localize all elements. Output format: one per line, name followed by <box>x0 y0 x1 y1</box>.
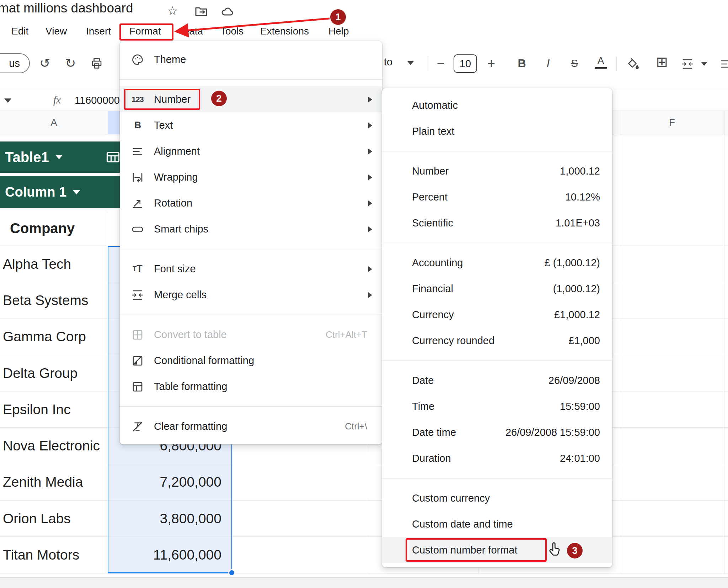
decrease-font-button[interactable]: − <box>432 54 450 73</box>
text-color-button[interactable]: A <box>592 53 610 71</box>
font-size-input[interactable]: 10 <box>454 54 477 73</box>
chevron-down-icon[interactable] <box>55 155 63 159</box>
company-cell[interactable]: Nova Electronic <box>0 428 108 464</box>
table-options-icon[interactable] <box>105 149 121 166</box>
format-example: 10.12% <box>565 191 600 203</box>
chevron-down-icon[interactable] <box>701 62 707 66</box>
strikethrough-button[interactable]: S <box>565 54 584 73</box>
menus-search-pill[interactable]: us <box>0 53 30 73</box>
menu-divider <box>382 478 612 479</box>
smart-chip-icon <box>130 221 145 237</box>
number-option-scientific[interactable]: Scientific 1.01E+03 <box>382 210 612 236</box>
cloud-saved-icon[interactable] <box>220 4 235 20</box>
column-divider <box>724 111 724 134</box>
number-option-custom-number-format[interactable]: Custom number format <box>382 537 612 563</box>
company-header-cell[interactable]: Company <box>0 211 108 246</box>
company-cell[interactable]: Delta Group <box>0 355 108 391</box>
menu-view[interactable]: View <box>43 21 69 41</box>
value-cell[interactable]: 7,200,000 <box>108 464 232 500</box>
format-example: 1,000.12 <box>560 165 600 177</box>
table-format-icon <box>130 379 145 395</box>
number-option-duration[interactable]: Duration 24:01:00 <box>382 445 612 471</box>
format-menu-item-smart-chips[interactable]: Smart chips <box>120 216 382 242</box>
star-icon[interactable]: ☆ <box>167 4 178 18</box>
table-name[interactable]: Table1 <box>5 149 49 165</box>
format-menu-item-table-formatting[interactable]: Table formatting <box>120 374 382 400</box>
chevron-down-icon[interactable] <box>407 61 414 65</box>
menu-extensions[interactable]: Extensions <box>258 21 311 41</box>
company-cell[interactable]: Titan Motors <box>0 537 108 573</box>
increase-font-button[interactable]: + <box>482 54 500 73</box>
fill-color-icon[interactable] <box>624 55 643 73</box>
redo-icon[interactable]: ↻ <box>61 54 80 73</box>
format-menu-item-font-size[interactable]: TT Font size <box>120 256 382 282</box>
format-example: £1,000.12 <box>554 309 600 321</box>
menu-tools[interactable]: Tools <box>218 21 246 41</box>
company-cell[interactable]: Gamma Corp <box>0 319 108 355</box>
submenu-arrow-icon <box>368 201 372 206</box>
number-option-custom-currency[interactable]: Custom currency <box>382 485 612 511</box>
number-option-date-time[interactable]: Date time 26/09/2008 15:59:00 <box>382 419 612 445</box>
format-menu-item-text[interactable]: B Text <box>120 112 382 138</box>
menu-divider <box>382 243 612 243</box>
toolbar-divider <box>616 56 617 71</box>
borders-icon[interactable]: ⊞ <box>653 53 671 71</box>
table-column-name[interactable]: Column 1 <box>5 185 66 200</box>
company-cell[interactable]: Alpha Tech <box>0 246 108 282</box>
undo-icon[interactable]: ↺ <box>36 54 54 73</box>
column-header-f[interactable]: F <box>620 111 724 134</box>
number-option-number[interactable]: Number 1,000.12 <box>382 158 612 184</box>
horizontal-scrollbar[interactable] <box>0 577 728 588</box>
number-option-custom-date-time[interactable]: Custom date and time <box>382 511 612 537</box>
menu-edit[interactable]: Edit <box>9 21 31 41</box>
value-cell[interactable]: 3,800,000 <box>108 501 232 536</box>
format-example: £ (1,000.12) <box>545 257 600 269</box>
font-size-icon: TT <box>130 261 145 277</box>
menu-help[interactable]: Help <box>326 21 351 41</box>
bold-button[interactable]: B <box>513 54 531 73</box>
italic-button[interactable]: I <box>539 54 557 73</box>
chevron-down-icon[interactable] <box>73 190 80 194</box>
name-box-chevron-icon[interactable] <box>4 98 11 103</box>
number-option-time[interactable]: Time 15:59:00 <box>382 394 612 419</box>
document-title[interactable]: mat millions dashboard <box>0 1 133 16</box>
format-menu-item-conditional-formatting[interactable]: Conditional formatting <box>120 348 382 374</box>
number-option-currency-rounded[interactable]: Currency rounded £1,000 <box>382 328 612 354</box>
submenu-arrow-icon <box>368 226 372 232</box>
format-menu-item-clear-formatting[interactable]: Clear formatting Ctrl+\ <box>120 413 382 439</box>
toolbar-divider <box>428 56 428 71</box>
horizontal-align-icon[interactable] <box>717 55 728 73</box>
company-cell[interactable]: Zenith Media <box>0 464 108 500</box>
print-icon[interactable] <box>87 54 106 73</box>
merge-cells-icon[interactable] <box>678 55 697 73</box>
number-option-plain-text[interactable]: Plain text <box>382 118 612 144</box>
formula-input[interactable]: 11600000 <box>75 95 120 106</box>
menu-data[interactable]: Data <box>180 21 205 41</box>
company-cell[interactable]: Epsilon Inc <box>0 391 108 427</box>
submenu-arrow-icon <box>368 266 372 272</box>
number-option-accounting[interactable]: Accounting £ (1,000.12) <box>382 250 612 276</box>
format-menu-item-convert-to-table: Convert to table Ctrl+Alt+T <box>120 322 382 348</box>
menu-divider <box>382 151 612 151</box>
format-menu-item-rotation[interactable]: Rotation <box>120 190 382 216</box>
number-option-financial[interactable]: Financial (1,000.12) <box>382 276 612 302</box>
menu-insert[interactable]: Insert <box>84 21 113 41</box>
format-menu-item-alignment[interactable]: Alignment <box>120 138 382 164</box>
format-menu-item-number[interactable]: 123 Number <box>120 86 382 112</box>
move-to-folder-icon[interactable] <box>194 4 208 20</box>
merge-cells-icon <box>130 287 145 303</box>
menu-format[interactable]: Format <box>127 21 163 41</box>
company-cell[interactable]: Orion Labs <box>0 501 108 536</box>
text-wrap-icon <box>130 170 145 185</box>
number-option-currency[interactable]: Currency £1,000.12 <box>382 302 612 328</box>
number-option-date[interactable]: Date 26/09/2008 <box>382 368 612 394</box>
column-header-a[interactable]: A <box>0 111 108 134</box>
format-menu-item-merge-cells[interactable]: Merge cells <box>120 282 382 308</box>
value-cell[interactable]: 11,600,000 <box>108 537 232 573</box>
number-option-percent[interactable]: Percent 10.12% <box>382 184 612 210</box>
number-option-automatic[interactable]: Automatic <box>382 92 612 118</box>
format-menu-item-wrapping[interactable]: Wrapping <box>120 164 382 190</box>
company-cell[interactable]: Beta Systems <box>0 282 108 318</box>
format-menu-item-theme[interactable]: Theme <box>120 47 382 73</box>
number-format-dropdown[interactable]: to <box>384 56 392 68</box>
